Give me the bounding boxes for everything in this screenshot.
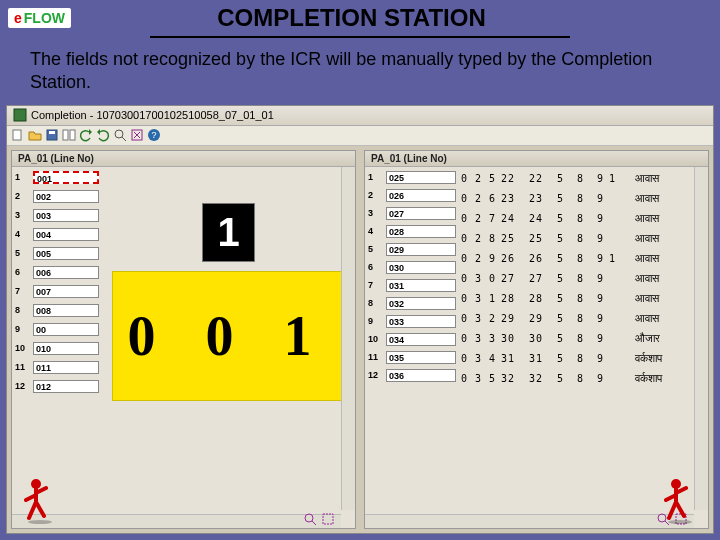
- left-pane-zoom-icon[interactable]: [303, 512, 317, 526]
- right-field-row[interactable]: 12036: [368, 369, 456, 382]
- svg-point-15: [28, 520, 52, 524]
- data-row: 0 3 229295 8 9आवास: [461, 311, 706, 326]
- left-field-row[interactable]: 4004: [15, 228, 99, 241]
- svg-rect-0: [14, 109, 26, 121]
- right-scrollbar-vertical[interactable]: [694, 167, 708, 510]
- line-no-input[interactable]: 026: [386, 189, 456, 202]
- row-index: 11: [368, 352, 382, 362]
- left-scrollbar-vertical[interactable]: [341, 167, 355, 510]
- toolbar-save-icon[interactable]: [45, 128, 59, 142]
- col-code: 0 3 5: [461, 373, 495, 384]
- line-no-input[interactable]: 025: [386, 171, 456, 184]
- completion-app-window: Completion - 10703001700102510058_07_01_…: [6, 105, 714, 534]
- row-index: 10: [368, 334, 382, 344]
- toolbar-zoomfit-icon[interactable]: [130, 128, 144, 142]
- right-field-row[interactable]: 4028: [368, 225, 456, 238]
- row-index: 9: [15, 324, 29, 334]
- line-no-input[interactable]: 005: [33, 247, 99, 260]
- line-no-input[interactable]: 006: [33, 266, 99, 279]
- col-n2: 23: [529, 193, 551, 204]
- right-field-row[interactable]: 9033: [368, 315, 456, 328]
- line-no-input[interactable]: 035: [386, 351, 456, 364]
- right-field-row[interactable]: 6030: [368, 261, 456, 274]
- line-no-input[interactable]: 007: [33, 285, 99, 298]
- right-field-row[interactable]: 7031: [368, 279, 456, 292]
- col-flag: 1: [609, 253, 629, 264]
- col-n1: 32: [501, 373, 523, 384]
- line-no-input[interactable]: 00: [33, 323, 99, 336]
- svg-rect-3: [49, 131, 55, 134]
- left-field-row[interactable]: 12012: [15, 380, 99, 393]
- left-pane: PA_01 (Line No) 100120023003400450056006…: [11, 150, 356, 529]
- col-n1: 24: [501, 213, 523, 224]
- col-triple: 5 8 9: [557, 273, 603, 284]
- toolbar-open-icon[interactable]: [28, 128, 42, 142]
- col-triple: 5 8 9: [557, 193, 603, 204]
- row-index: 3: [15, 210, 29, 220]
- left-field-row[interactable]: 8008: [15, 304, 99, 317]
- col-triple: 5 8 9: [557, 293, 603, 304]
- left-field-row[interactable]: 1001: [15, 171, 99, 184]
- data-row: 0 2 926265 8 91आवास: [461, 251, 706, 266]
- left-field-row[interactable]: 2002: [15, 190, 99, 203]
- right-field-list: 1025202630274028502960307031803290331003…: [365, 167, 459, 528]
- row-index: 7: [15, 286, 29, 296]
- line-no-input[interactable]: 030: [386, 261, 456, 274]
- left-pane-region-icon[interactable]: [321, 512, 335, 526]
- left-field-row[interactable]: 7007: [15, 285, 99, 298]
- svg-point-11: [305, 514, 313, 522]
- left-field-row[interactable]: 10010: [15, 342, 99, 355]
- line-no-input[interactable]: 032: [386, 297, 456, 310]
- row-index: 5: [15, 248, 29, 258]
- left-field-row[interactable]: 5005: [15, 247, 99, 260]
- col-n2: 28: [529, 293, 551, 304]
- left-field-row[interactable]: 6006: [15, 266, 99, 279]
- right-field-row[interactable]: 2026: [368, 189, 456, 202]
- line-no-input[interactable]: 011: [33, 361, 99, 374]
- title-underline: [150, 36, 570, 38]
- line-no-input[interactable]: 001: [33, 171, 99, 184]
- line-no-input[interactable]: 004: [33, 228, 99, 241]
- col-n2: 30: [529, 333, 551, 344]
- right-scrollbar-horizontal[interactable]: [365, 514, 694, 528]
- line-no-input[interactable]: 027: [386, 207, 456, 220]
- right-field-row[interactable]: 3027: [368, 207, 456, 220]
- line-no-input[interactable]: 028: [386, 225, 456, 238]
- line-no-input[interactable]: 031: [386, 279, 456, 292]
- right-field-row[interactable]: 10034: [368, 333, 456, 346]
- line-no-input[interactable]: 002: [33, 190, 99, 203]
- toolbar-help-icon[interactable]: ?: [147, 128, 161, 142]
- right-field-row[interactable]: 5029: [368, 243, 456, 256]
- data-row: 0 3 128285 8 9आवास: [461, 291, 706, 306]
- left-field-row[interactable]: 11011: [15, 361, 99, 374]
- left-scrollbar-horizontal[interactable]: [12, 514, 341, 528]
- slide-subtitle: The fields not recognized by the ICR wil…: [0, 44, 720, 105]
- line-no-input[interactable]: 003: [33, 209, 99, 222]
- row-index: 10: [15, 343, 29, 353]
- line-no-input[interactable]: 036: [386, 369, 456, 382]
- walker-left-icon: [22, 476, 58, 524]
- line-no-input[interactable]: 008: [33, 304, 99, 317]
- toolbar-layout-icon[interactable]: [62, 128, 76, 142]
- line-no-input[interactable]: 010: [33, 342, 99, 355]
- right-field-row[interactable]: 1025: [368, 171, 456, 184]
- toolbar-redo-icon[interactable]: [96, 128, 110, 142]
- svg-text:?: ?: [151, 130, 156, 140]
- toolbar-undo-icon[interactable]: [79, 128, 93, 142]
- row-index: 12: [15, 381, 29, 391]
- right-field-row[interactable]: 8032: [368, 297, 456, 310]
- svg-point-20: [668, 520, 692, 524]
- line-no-input[interactable]: 034: [386, 333, 456, 346]
- zoom-highlight-box: 0 0 1: [112, 271, 345, 401]
- preview-area: 1 0 0 1: [102, 167, 355, 528]
- right-field-row[interactable]: 11035: [368, 351, 456, 364]
- col-triple: 5 8 9: [557, 313, 603, 324]
- left-field-row[interactable]: 900: [15, 323, 99, 336]
- line-no-input[interactable]: 029: [386, 243, 456, 256]
- col-triple: 5 8 9: [557, 213, 603, 224]
- line-no-input[interactable]: 012: [33, 380, 99, 393]
- line-no-input[interactable]: 033: [386, 315, 456, 328]
- toolbar-new-icon[interactable]: [11, 128, 25, 142]
- left-field-row[interactable]: 3003: [15, 209, 99, 222]
- toolbar-find-icon[interactable]: [113, 128, 127, 142]
